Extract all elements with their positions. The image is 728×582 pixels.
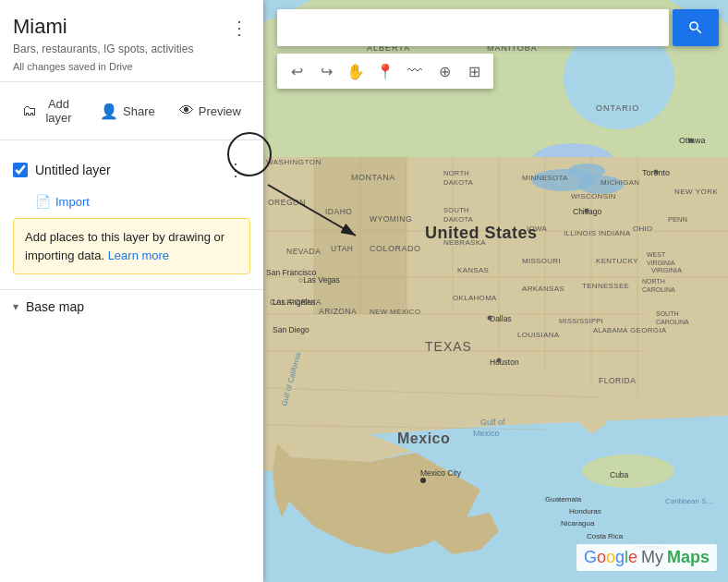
svg-text:ARIZONA: ARIZONA — [319, 307, 357, 316]
add-marker-button[interactable]: 📍 — [371, 57, 399, 85]
pan-button[interactable]: ✋ — [342, 57, 370, 85]
svg-text:IDAHO: IDAHO — [325, 207, 352, 216]
base-map-label: Base map — [26, 299, 84, 314]
import-label: Import — [55, 195, 90, 209]
svg-text:Cuba: Cuba — [610, 470, 629, 479]
svg-text:NORTH: NORTH — [443, 169, 469, 177]
svg-text:MINNESOTA: MINNESOTA — [522, 174, 568, 182]
search-button[interactable] — [673, 9, 719, 46]
svg-text:UTAH: UTAH — [331, 244, 354, 253]
svg-text:SOUTH: SOUTH — [656, 310, 679, 317]
sidebar-header: Miami Bars, restaurants, IG spots, activ… — [0, 0, 263, 82]
svg-text:DAKOTA: DAKOTA — [443, 215, 473, 224]
learn-more-link[interactable]: Learn more — [108, 249, 169, 262]
map-toolbar: ↩ ↪ ✋ 📍 〰 ⊕ ⊞ — [277, 54, 493, 89]
svg-text:Los Angeles: Los Angeles — [273, 297, 315, 307]
svg-text:WYOMING: WYOMING — [370, 214, 412, 224]
layers-section: Untitled layer ⋮ 📄 Import Add places to … — [0, 140, 263, 289]
map-subtitle: Bars, restaurants, IG spots, activities — [13, 42, 250, 57]
maps-label: Maps — [667, 548, 710, 567]
svg-text:MISSISSIPPI: MISSISSIPPI — [559, 317, 603, 325]
share-icon: 👤 — [100, 103, 118, 120]
svg-text:NORTH: NORTH — [642, 278, 665, 285]
learn-more-label: Learn more — [108, 249, 169, 262]
import-icon: 📄 — [35, 194, 51, 209]
svg-text:LOUISIANA: LOUISIANA — [517, 331, 560, 339]
svg-text:INDIANA: INDIANA — [599, 229, 631, 237]
svg-text:OKLAHOMA: OKLAHOMA — [453, 294, 497, 302]
search-icon — [687, 19, 704, 36]
svg-text:Guatemala: Guatemala — [545, 495, 582, 503]
svg-point-97 — [585, 209, 589, 213]
svg-text:SOUTH: SOUTH — [443, 206, 469, 214]
svg-point-96 — [497, 358, 502, 363]
svg-text:NEW YORK: NEW YORK — [674, 188, 719, 196]
svg-text:OHIO: OHIO — [633, 224, 653, 233]
svg-text:Nicaragua: Nicaragua — [561, 519, 595, 527]
chevron-down-icon: ▾ — [13, 300, 18, 313]
svg-text:ONTARIO: ONTARIO — [596, 103, 639, 113]
svg-text:TEXAS: TEXAS — [425, 339, 472, 354]
layer-header: Untitled layer ⋮ — [0, 148, 263, 192]
map-status: All changes saved in Drive — [13, 61, 250, 72]
map-title: Miami — [13, 15, 250, 39]
svg-text:NEVADA: NEVADA — [286, 247, 321, 256]
draw-line-button[interactable]: 〰 — [401, 57, 429, 85]
more-options-button[interactable]: ⋮ — [224, 13, 254, 42]
layer-name: Untitled layer — [35, 163, 213, 177]
svg-text:Dallas: Dallas — [490, 314, 512, 323]
share-label: Share — [123, 104, 155, 118]
svg-text:Mexico: Mexico — [397, 430, 450, 446]
preview-icon: 👁 — [179, 103, 194, 119]
svg-text:MISSOURI: MISSOURI — [522, 257, 561, 265]
svg-text:DAKOTA: DAKOTA — [443, 178, 473, 187]
svg-text:KANSAS: KANSAS — [457, 266, 489, 274]
add-directions-button[interactable]: ⊕ — [431, 57, 458, 85]
svg-point-98 — [689, 139, 694, 143]
svg-text:KENTUCKY: KENTUCKY — [596, 257, 638, 265]
import-link[interactable]: 📄 Import — [0, 192, 263, 214]
svg-text:MONTANA: MONTANA — [351, 173, 395, 182]
svg-text:WEST: WEST — [647, 251, 666, 258]
search-bar — [277, 9, 719, 46]
svg-text:Costa Rica: Costa Rica — [587, 532, 624, 540]
svg-text:VIRGINIA: VIRGINIA — [647, 260, 675, 266]
svg-text:CAROLINA: CAROLINA — [642, 286, 675, 293]
svg-text:NEW MEXICO: NEW MEXICO — [370, 308, 420, 316]
my-label: My — [641, 548, 663, 567]
undo-button[interactable]: ↩ — [283, 57, 310, 85]
add-layer-label: Add layer — [42, 97, 76, 125]
svg-text:MICHIGAN: MICHIGAN — [601, 178, 639, 187]
svg-text:GEORGIA: GEORGIA — [630, 326, 667, 334]
svg-text:Gulf of: Gulf of — [480, 418, 505, 427]
measure-button[interactable]: ⊞ — [460, 57, 488, 85]
svg-text:COLORADO: COLORADO — [370, 244, 421, 253]
svg-text:ILLINOIS: ILLINOIS — [564, 229, 596, 237]
redo-button[interactable]: ↪ — [312, 57, 340, 85]
svg-point-99 — [654, 170, 659, 175]
svg-text:TENNESSEE: TENNESSEE — [582, 282, 629, 290]
sidebar-panel: Miami Bars, restaurants, IG spots, activ… — [0, 0, 263, 582]
search-input[interactable] — [277, 9, 669, 46]
info-box: Add places to this layer by drawing or i… — [13, 218, 250, 274]
svg-point-87 — [420, 478, 426, 483]
svg-text:FLORIDA: FLORIDA — [599, 376, 636, 385]
branding: Google My Maps — [576, 544, 717, 571]
share-button[interactable]: 👤 Share — [91, 97, 164, 126]
svg-point-9 — [568, 164, 605, 178]
svg-text:Houston: Houston — [490, 358, 519, 367]
preview-button[interactable]: 👁 Preview — [170, 97, 250, 125]
svg-text:OREGON: OREGON — [268, 198, 306, 207]
svg-text:Mexico City: Mexico City — [420, 468, 462, 478]
svg-text:○Las Vegas: ○Las Vegas — [298, 275, 340, 285]
add-layer-button[interactable]: 🗂 Add layer — [13, 91, 85, 130]
layer-more-button[interactable]: ⋮ — [221, 155, 250, 185]
svg-text:WASHINGTON: WASHINGTON — [266, 158, 322, 166]
svg-text:Honduras: Honduras — [569, 507, 601, 515]
preview-label: Preview — [199, 104, 241, 118]
svg-point-95 — [488, 316, 492, 321]
layer-checkbox[interactable] — [13, 163, 28, 177]
svg-text:CAROLINA: CAROLINA — [656, 319, 689, 325]
svg-text:ARKANSAS: ARKANSAS — [522, 285, 564, 293]
base-map-section[interactable]: ▾ Base map — [0, 289, 263, 323]
